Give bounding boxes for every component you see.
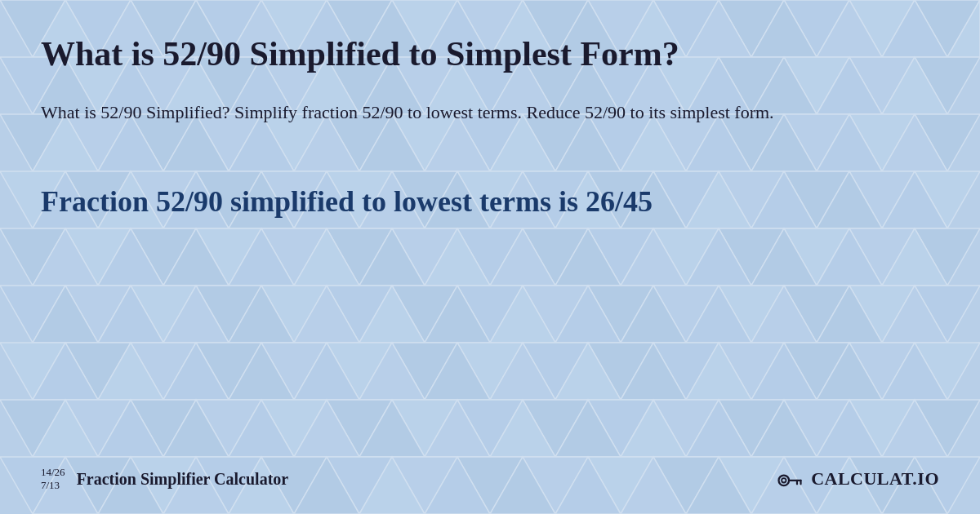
description-text: What is 52/90 Simplified? Simplify fract… (41, 99, 939, 126)
calculat-icon (775, 464, 804, 494)
fraction-bottom: 7/13 (41, 479, 65, 492)
result-title: Fraction 52/90 simplified to lowest term… (41, 183, 939, 221)
result-section: Fraction 52/90 simplified to lowest term… (41, 183, 939, 221)
svg-point-263 (779, 476, 790, 486)
footer-logo: CALCULAT.IO (775, 464, 939, 494)
footer-brand-text: Fraction Simplifier Calculator (77, 470, 289, 489)
fraction-top: 14/26 (41, 466, 65, 479)
footer: 14/26 7/13 Fraction Simplifier Calculato… (41, 464, 939, 494)
logo-text: CALCULAT.IO (811, 468, 939, 490)
svg-point-264 (782, 478, 786, 482)
footer-fractions: 14/26 7/13 (41, 466, 65, 491)
footer-left: 14/26 7/13 Fraction Simplifier Calculato… (41, 466, 288, 491)
page-title: What is 52/90 Simplified to Simplest For… (41, 33, 939, 76)
